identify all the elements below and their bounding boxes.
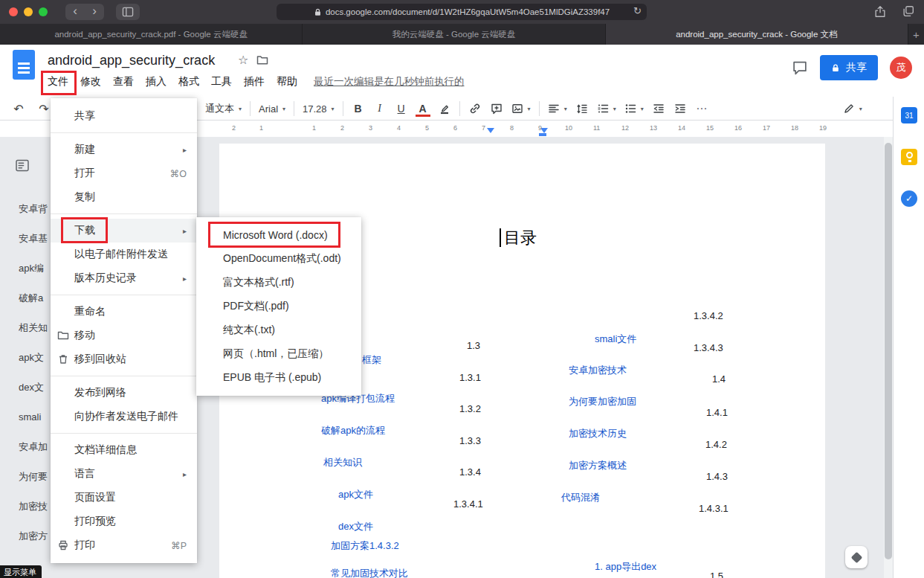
- toc-entry[interactable]: 1.3: [467, 340, 480, 351]
- toc-entry[interactable]: 1.4.3: [706, 471, 728, 482]
- keep-icon[interactable]: [901, 149, 917, 165]
- toc-entry[interactable]: 加密技术历史: [569, 427, 627, 440]
- menu-item-move-to-trash[interactable]: 移到回收站: [51, 347, 197, 371]
- menu-item-print-preview[interactable]: 打印预览: [51, 510, 197, 533]
- download-format-item[interactable]: 网页（.html，已压缩）: [196, 342, 361, 366]
- font-size-dropdown[interactable]: 17.28▾: [303, 103, 335, 115]
- line-spacing-icon[interactable]: [575, 103, 589, 115]
- toc-entry[interactable]: 框架: [362, 353, 381, 367]
- toc-entry[interactable]: 1. app导出dex: [595, 560, 656, 574]
- bold-button[interactable]: B: [352, 103, 365, 115]
- insert-link-icon[interactable]: [468, 103, 482, 115]
- numbered-list-dropdown[interactable]: ▾: [597, 103, 616, 115]
- menu-item-print[interactable]: 打印 ⌘P: [51, 533, 197, 557]
- address-bar[interactable]: docs.google.com/document/d/1W2tHZ6gqaUtW…: [277, 4, 647, 20]
- undo-icon[interactable]: ↶: [12, 102, 25, 116]
- toc-entry[interactable]: 常见加固技术对比: [331, 567, 408, 578]
- reload-icon[interactable]: ↻: [633, 5, 642, 16]
- tasks-icon[interactable]: ✓: [901, 190, 917, 207]
- outline-item[interactable]: 破解a: [19, 283, 53, 313]
- redo-icon[interactable]: ↷: [37, 102, 51, 116]
- menu-item-share[interactable]: 共享: [51, 104, 197, 128]
- toc-entry[interactable]: 加密方案概述: [569, 459, 627, 472]
- calendar-icon[interactable]: 31: [901, 107, 917, 123]
- explore-button[interactable]: [845, 546, 868, 568]
- toc-entry[interactable]: 1.4: [712, 373, 726, 385]
- outline-item[interactable]: 加密方: [19, 521, 53, 551]
- paragraph-style-dropdown[interactable]: 通文本▾: [205, 102, 242, 115]
- italic-button[interactable]: I: [373, 103, 387, 115]
- browser-tab[interactable]: android_app_security_crack.pdf - Google …: [0, 24, 303, 45]
- download-format-item[interactable]: OpenDocument格式(.odt): [196, 247, 361, 271]
- share-button[interactable]: 共享: [820, 55, 878, 80]
- google-docs-logo-icon[interactable]: [13, 50, 35, 80]
- browser-tab[interactable]: 我的云端硬盘 - Google 云端硬盘: [303, 24, 605, 45]
- editing-mode-dropdown[interactable]: ▾: [843, 103, 862, 115]
- download-format-item[interactable]: 纯文本(.txt): [196, 318, 361, 342]
- outline-item[interactable]: dex文: [19, 373, 53, 402]
- menubar-item[interactable]: 格式: [172, 72, 205, 91]
- left-indent-marker[interactable]: [539, 133, 546, 136]
- bulleted-list-dropdown[interactable]: ▾: [624, 103, 644, 115]
- toc-entry[interactable]: 1.4.3.1: [699, 503, 728, 514]
- menubar-item[interactable]: 工具: [205, 72, 238, 91]
- outline-item[interactable]: 安卓加: [19, 432, 53, 462]
- tab-overview-icon[interactable]: [902, 4, 915, 19]
- toc-entry[interactable]: 1.5: [710, 571, 723, 578]
- toc-entry[interactable]: 代码混淆: [561, 491, 600, 504]
- toc-entry[interactable]: 1.3.2: [459, 403, 481, 414]
- toc-entry[interactable]: 1.3.4.1: [453, 498, 483, 510]
- menu-item-language[interactable]: 语言▸: [51, 462, 197, 486]
- toc-entry[interactable]: 加固方案1.4.3.2: [331, 539, 399, 553]
- toc-entry[interactable]: 1.3.3: [459, 435, 481, 446]
- menu-item-new[interactable]: 新建▸: [51, 138, 197, 161]
- toc-entry[interactable]: 1.4.1: [706, 407, 728, 418]
- outline-icon[interactable]: [15, 159, 30, 172]
- download-format-item[interactable]: EPUB 电子书 (.epub): [196, 366, 361, 390]
- toc-heading[interactable]: 目录: [504, 227, 537, 249]
- toc-entry[interactable]: smali文件: [595, 333, 636, 346]
- font-family-dropdown[interactable]: Arial▾: [259, 103, 285, 115]
- increase-indent-icon[interactable]: [673, 103, 687, 115]
- menu-item-publish-to-web[interactable]: 发布到网络: [51, 381, 197, 405]
- star-icon[interactable]: ☆: [238, 53, 248, 67]
- menubar-item[interactable]: 帮助: [271, 72, 303, 91]
- toc-entry[interactable]: 安卓加密技术: [569, 364, 627, 377]
- menu-item-page-setup[interactable]: 页面设置: [51, 486, 197, 510]
- user-avatar[interactable]: 茂: [890, 57, 912, 79]
- outline-item[interactable]: 安卓基: [19, 224, 53, 254]
- menu-item-rename[interactable]: 重命名: [51, 300, 197, 324]
- scrollbar-thumb[interactable]: [885, 143, 892, 559]
- outline-item[interactable]: smali: [19, 402, 53, 432]
- menu-item-make-copy[interactable]: 复制: [51, 185, 197, 209]
- toc-entry[interactable]: 1.3.4.3: [694, 342, 723, 353]
- scrollbar[interactable]: [884, 137, 893, 578]
- underline-button[interactable]: U: [395, 103, 408, 115]
- indent-marker[interactable]: [487, 128, 494, 137]
- new-tab-button[interactable]: +: [908, 24, 924, 45]
- browser-tab[interactable]: android_app_security_crack - Google 文档: [606, 24, 908, 45]
- menubar-item[interactable]: 修改: [74, 72, 107, 91]
- highlight-color-icon[interactable]: [438, 103, 451, 115]
- share-page-icon[interactable]: [873, 4, 887, 19]
- sidebar-toggle-button[interactable]: [116, 4, 140, 20]
- menu-item-document-details[interactable]: 文档详细信息: [51, 438, 197, 462]
- menubar-item[interactable]: 查看: [107, 72, 140, 91]
- outline-item[interactable]: 加密技: [19, 492, 53, 521]
- move-to-folder-icon[interactable]: [256, 55, 268, 65]
- insert-image-dropdown[interactable]: ▾: [511, 103, 531, 115]
- decrease-indent-icon[interactable]: [652, 103, 665, 115]
- toc-entry[interactable]: dex文件: [338, 520, 373, 533]
- align-dropdown[interactable]: ▾: [548, 103, 567, 115]
- download-format-item[interactable]: 富文本格式(.rtf): [196, 271, 361, 295]
- outline-item[interactable]: 为何要: [19, 462, 53, 492]
- toc-entry[interactable]: 1.3.4.2: [694, 310, 723, 321]
- menubar-item[interactable]: 插件: [238, 72, 271, 91]
- zoom-window-button[interactable]: [39, 7, 48, 16]
- toc-entry[interactable]: apk文件: [338, 488, 373, 501]
- outline-item[interactable]: 相关知: [19, 313, 53, 343]
- menubar-item[interactable]: 插入: [140, 72, 172, 91]
- document-title[interactable]: android_app_security_crack: [48, 53, 215, 68]
- comments-icon[interactable]: [792, 60, 808, 76]
- toc-entry[interactable]: 1.3.4: [459, 466, 481, 478]
